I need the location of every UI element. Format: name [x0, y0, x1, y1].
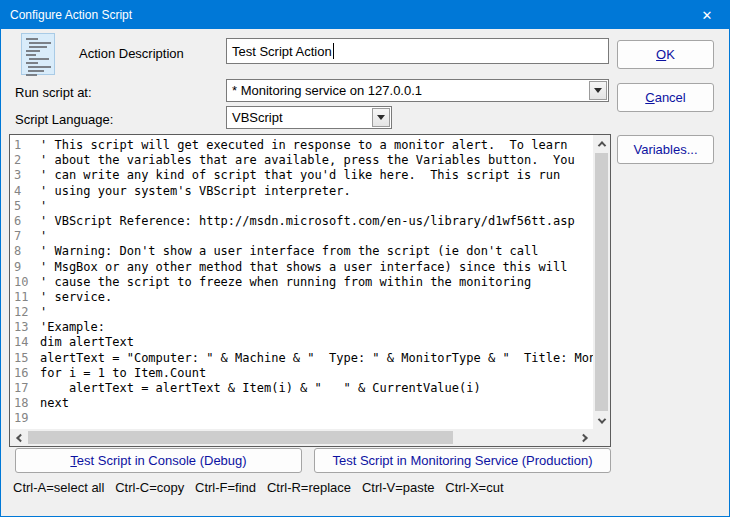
code-line: 2 ' about the variables that are availab…: [10, 153, 593, 168]
code-text: next: [40, 396, 69, 411]
line-number: 1: [10, 138, 40, 153]
editor-vertical-scrollbar[interactable]: [593, 135, 610, 429]
line-number: 10: [10, 275, 40, 290]
scroll-left-button[interactable]: [10, 429, 27, 446]
line-number: 15: [10, 351, 40, 366]
text-caret: [333, 43, 334, 59]
line-number: 17: [10, 381, 40, 396]
line-number: 8: [10, 244, 40, 259]
line-number: 5: [10, 199, 40, 214]
close-icon: ✕: [702, 8, 713, 23]
line-number: 18: [10, 396, 40, 411]
line-number: 4: [10, 184, 40, 199]
configure-action-script-dialog: Configure Action Script ✕ Action Descrip…: [0, 0, 730, 517]
code-line: 9 ' MsgBox or any other method that show…: [10, 260, 593, 275]
chevron-down-icon: [594, 88, 602, 93]
chevron-up-icon: [597, 141, 605, 149]
chevron-left-icon: [16, 433, 24, 441]
line-number: 7: [10, 229, 40, 244]
code-text: alertText = alertText & Item(i) & " " & …: [40, 381, 481, 396]
code-line: 13 'Example:: [10, 320, 593, 335]
code-text: ' Warning: Don't show a user interface f…: [40, 244, 539, 259]
scroll-right-button[interactable]: [576, 429, 593, 446]
chevron-down-icon: [597, 415, 605, 423]
code-text: ': [40, 229, 47, 244]
variables-button[interactable]: Variables...: [617, 135, 714, 164]
dropdown-button[interactable]: [372, 108, 390, 127]
code-line: 15 alertText = "Computer: " & Machine & …: [10, 351, 593, 366]
code-text: dim alertText: [40, 335, 134, 350]
run-script-at-label: Run script at:: [15, 85, 92, 100]
code-text: ': [40, 199, 47, 214]
line-number: 11: [10, 290, 40, 305]
code-line: 14 dim alertText: [10, 335, 593, 350]
line-number: 14: [10, 335, 40, 350]
line-number: 9: [10, 260, 40, 275]
scroll-up-button[interactable]: [593, 135, 610, 152]
script-language-dropdown[interactable]: VBScript: [226, 106, 392, 129]
chevron-down-icon: [377, 115, 385, 120]
line-number: 3: [10, 168, 40, 183]
code-line: 7 ': [10, 229, 593, 244]
run-script-at-value: * Monitoring service on 127.0.0.1: [232, 83, 422, 98]
code-text: ' can write any kind of script that you'…: [40, 168, 560, 183]
script-editor-text[interactable]: 1 ' This script will get executed in res…: [10, 135, 593, 429]
code-text: ' about the variables that are available…: [40, 153, 575, 168]
code-line: 17 alertText = alertText & Item(i) & " "…: [10, 381, 593, 396]
code-line: 11 ' service.: [10, 290, 593, 305]
code-line: 8 ' Warning: Don't show a user interface…: [10, 244, 593, 259]
code-text: ' cause the script to freeze when runnin…: [40, 275, 531, 290]
code-line: 12 ': [10, 305, 593, 320]
dropdown-button[interactable]: [589, 81, 607, 100]
code-line: 10 ' cause the script to freeze when run…: [10, 275, 593, 290]
code-line: 1 ' This script will get executed in res…: [10, 138, 593, 153]
horizontal-scroll-thumb[interactable]: [28, 431, 453, 444]
titlebar[interactable]: Configure Action Script ✕: [1, 1, 729, 29]
run-script-at-dropdown[interactable]: * Monitoring service on 127.0.0.1: [226, 79, 609, 102]
code-line: 4 ' using your system's VBScript interpr…: [10, 184, 593, 199]
line-number: 6: [10, 214, 40, 229]
code-line: 19: [10, 411, 593, 426]
code-line: 16 for i = 1 to Item.Count: [10, 366, 593, 381]
scrollbar-corner: [593, 429, 610, 446]
code-text: ' MsgBox or any other method that shows …: [40, 260, 567, 275]
code-text: 'Example:: [40, 320, 105, 335]
action-description-label: Action Description: [79, 46, 184, 61]
script-language-value: VBScript: [232, 110, 283, 125]
cancel-button[interactable]: Cancel: [617, 83, 714, 112]
line-number: 2: [10, 153, 40, 168]
code-text: alertText = "Computer: " & Machine & " T…: [40, 351, 593, 366]
code-text: ' using your system's VBScript interpret…: [40, 184, 351, 199]
code-text: ' VBScript Reference: http://msdn.micros…: [40, 214, 575, 229]
script-icon: [21, 33, 55, 75]
script-editor[interactable]: 1 ' This script will get executed in res…: [9, 134, 611, 447]
code-line: 5 ': [10, 199, 593, 214]
script-language-label: Script Language:: [15, 112, 113, 127]
editor-horizontal-scrollbar[interactable]: [10, 429, 593, 446]
chevron-right-icon: [579, 433, 587, 441]
code-text: ' This script will get executed in respo…: [40, 138, 567, 153]
action-description-value: Test Script Action: [232, 44, 332, 59]
code-text: ': [40, 305, 47, 320]
line-number: 16: [10, 366, 40, 381]
scroll-down-button[interactable]: [593, 412, 610, 429]
code-text: ' service.: [40, 290, 112, 305]
shortcut-help-text: Ctrl-A=select all Ctrl-C=copy Ctrl-F=fin…: [13, 480, 504, 495]
line-number: 19: [10, 411, 40, 426]
code-text: for i = 1 to Item.Count: [40, 366, 206, 381]
ok-button[interactable]: OK: [617, 40, 714, 69]
line-number: 12: [10, 305, 40, 320]
code-line: 18 next: [10, 396, 593, 411]
code-line: 3 ' can write any kind of script that yo…: [10, 168, 593, 183]
line-number: 13: [10, 320, 40, 335]
window-title: Configure Action Script: [10, 8, 132, 22]
action-description-input[interactable]: Test Script Action: [226, 38, 609, 64]
close-button[interactable]: ✕: [685, 1, 729, 29]
code-line: 6 ' VBScript Reference: http://msdn.micr…: [10, 214, 593, 229]
test-script-console-button[interactable]: Test Script in Console (Debug): [15, 448, 302, 473]
test-script-service-button[interactable]: Test Script in Monitoring Service (Produ…: [314, 448, 611, 473]
vertical-scroll-thumb[interactable]: [595, 153, 608, 411]
